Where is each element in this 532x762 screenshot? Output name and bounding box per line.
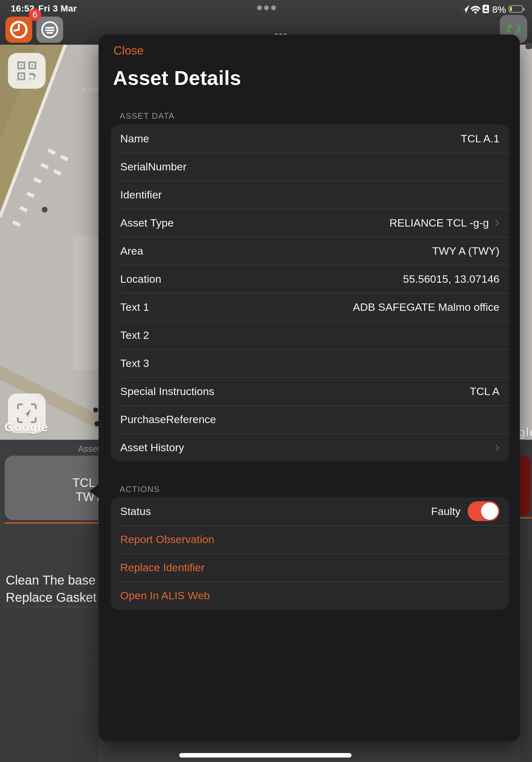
action-label: Report Observation [120,533,214,546]
row-asset-history[interactable]: Asset History › [111,433,509,461]
task-note: Replace Gasket [6,590,97,605]
row-value: TCL A.1 [149,132,499,145]
row-status: Status Faulty [111,497,509,525]
wifi-icon [471,7,480,9]
row-label: Text 1 [120,301,149,313]
row-label: Location [120,273,162,285]
row-label: Status [120,505,151,518]
map-feature-dot [93,408,98,413]
qr-code-icon [17,61,37,81]
row-serialnumber: SerialNumber [111,153,509,181]
row-value: TWY A (TWY) [143,245,499,257]
google-logo-partial: gle [518,426,532,439]
battery-percent: 8% [492,4,506,15]
row-value: TCL A [214,385,499,398]
row-text2: Text 2 [111,321,509,349]
row-label: Text 2 [120,329,149,342]
row-label: Area [120,245,143,257]
row-label: SerialNumber [120,161,187,173]
section-label-asset-data: ASSET DATA [120,111,175,121]
row-value: ADB SAFEGATE Malmo office [149,301,499,313]
action-label: Replace Identifier [120,561,205,574]
map-copyright: © 2023 [83,87,99,92]
warning-underline [520,517,532,518]
row-text3: Text 3 [111,349,509,377]
row-special-instructions: Special Instructions TCL A [111,377,509,405]
notification-badge: 6 [29,9,41,21]
row-label: PurchaseReference [120,413,216,426]
row-value: RELIANCE TCL -g-g [174,217,489,229]
status-icons [460,4,492,14]
row-label: Text 3 [120,357,149,369]
report-observation-button[interactable]: Report Observation [111,525,509,553]
satellite-map[interactable] [0,45,99,440]
task-note: Clean The base [6,573,96,587]
divider [15,607,99,607]
row-purchasereference: PurchaseReference [111,405,509,433]
row-label: Name [120,132,149,145]
status-date: Fri 3 Mar [38,4,77,14]
google-logo: Google [4,420,48,434]
row-name: Name TCL A.1 [111,124,509,153]
filter-icon [40,20,59,39]
filter-button[interactable] [36,17,63,43]
row-location: Location 55.56015, 13.07146 [111,265,509,293]
status-value: Faulty [151,505,461,518]
modal-title: Asset Details [113,66,241,89]
row-identifier: Identifier [111,181,509,209]
row-label: Identifier [120,189,162,201]
replace-identifier-button[interactable]: Replace Identifier [111,553,509,581]
asset-data-card: Name TCL A.1 SerialNumber Identifier Ass… [111,124,509,461]
warning-underline [5,522,99,524]
location-arrow-icon [461,5,470,13]
multitasking-indicator[interactable] [257,5,276,10]
close-button[interactable]: Close [113,44,144,57]
clock-icon [9,20,29,39]
screen: 16:52 Fri 3 Mar --- 8% 6 [0,0,532,762]
open-in-alis-web-button[interactable]: Open In ALIS Web [111,581,509,609]
row-text1: Text 1 ADB SAFEGATE Malmo office [111,293,509,321]
asset-details-modal: Close Asset Details ASSET DATA Name TCL … [99,35,520,741]
row-value: 55.56015, 13.07146 [162,273,499,285]
id-badge-icon [483,5,489,13]
qr-scan-button[interactable] [8,53,46,89]
battery-icon [508,5,523,13]
row-label: Asset History [120,441,184,454]
satellite-map-right[interactable] [520,45,532,440]
chevron-right-icon: › [495,439,499,454]
callout-arrow [90,484,99,498]
section-label-actions: ACTIONS [120,485,160,494]
row-asset-type[interactable]: Asset Type RELIANCE TCL -g-g › [111,209,509,237]
chevron-right-icon: › [495,214,499,229]
row-label: Special Instructions [120,385,214,398]
history-clock-button[interactable] [5,17,32,43]
status-toggle[interactable] [468,501,499,521]
assets-panel-title: Asset [78,444,100,454]
row-label: Asset Type [120,217,174,229]
action-label: Open In ALIS Web [120,589,210,602]
toggle-knob [481,502,498,520]
actions-card: Status Faulty Report Observation Replace… [111,497,509,609]
home-indicator[interactable] [179,753,352,758]
row-area: Area TWY A (TWY) [111,237,509,265]
